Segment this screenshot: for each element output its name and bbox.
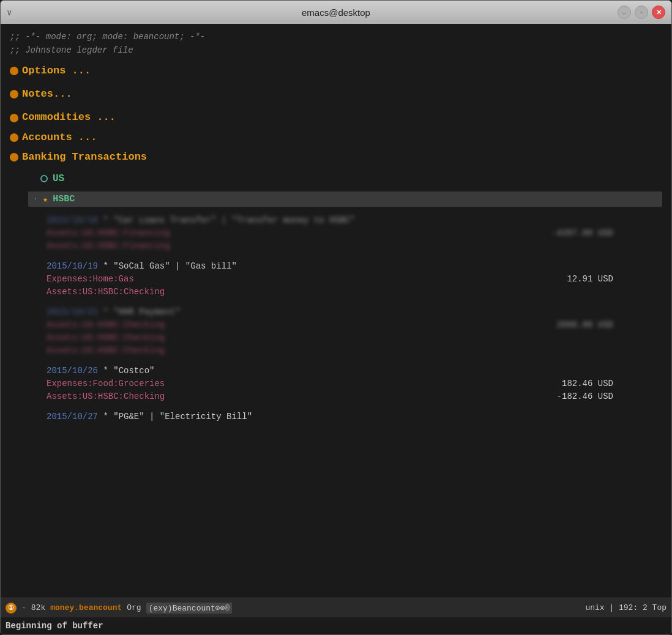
- heading-accounts[interactable]: Accounts ...: [10, 128, 662, 147]
- status-position: unix | 192: 2 Top: [585, 603, 666, 612]
- hsbc-row[interactable]: · ★ HSBC: [28, 191, 662, 207]
- txn3-account1: Assets:US:HSBC:Checking: [47, 319, 165, 332]
- txn2-date: 2015/10/19: [47, 261, 98, 271]
- bullet-open-icon: [40, 175, 48, 182]
- bullet-filled-icon: [10, 133, 18, 142]
- us-heading-label: US: [53, 173, 64, 184]
- txn3-line1: Assets:US:HSBC:Checking 2060.00 USD: [47, 319, 662, 332]
- comment-line-2: ;; Johnstone legder file: [10, 43, 662, 57]
- bullet-filled-icon: [10, 90, 18, 98]
- txn4-star: *: [103, 366, 113, 376]
- bullet-filled-icon: [10, 114, 18, 122]
- txn3-date-line: 2015/10/21 * "HHR Payment": [47, 306, 662, 319]
- txn2-star: *: [103, 261, 113, 271]
- txn1-date-line: 2015/10/18 * "Car Loans Transfer" | "Tra…: [47, 214, 662, 227]
- transaction-3: 2015/10/21 * "HHR Payment" Assets:US:HSB…: [47, 306, 662, 357]
- txn4-amount2: -182.46 USD: [557, 390, 613, 403]
- txn3-line3: Assets:US:HSBC:Checking: [47, 344, 662, 357]
- transaction-1: 2015/10/18 * "Car Loans Transfer" | "Tra…: [47, 214, 662, 253]
- transaction-4: 2015/10/26 * "Costco" Expenses:Food:Groc…: [47, 365, 662, 403]
- status-bar: ① - 82k money.beancount Org (exy)Beancou…: [1, 598, 671, 617]
- status-filename: money.beancount: [50, 603, 122, 612]
- window-buttons[interactable]: – ◦ ✕: [618, 6, 665, 19]
- txn2-account2: Assets:US:HSBC:Checking: [47, 286, 165, 299]
- txn1-line2: Assets:US:HSBC:Financing: [47, 240, 662, 253]
- bullet-filled-icon: [10, 67, 18, 75]
- heading-banking-label: Banking Transactions: [22, 147, 147, 167]
- txn1-account1: Assets:US:HSBC:Financing: [47, 227, 170, 240]
- txn4-line1: Expenses:Food:Groceries 182.46 USD: [47, 377, 662, 390]
- txn5-payee: "PG&E" | "Electricity Bill": [113, 412, 252, 421]
- txn1-star: *: [103, 215, 113, 225]
- close-button[interactable]: ✕: [652, 6, 665, 19]
- hsbc-label: HSBC: [53, 194, 75, 204]
- txn3-account2: Assets:US:HSBC:Checking: [47, 332, 165, 344]
- txn2-date-line: 2015/10/19 * "SoCal Gas" | "Gas bill": [47, 260, 662, 273]
- heading-notes[interactable]: Notes...: [10, 84, 662, 104]
- txn4-account1: Expenses:Food:Groceries: [47, 377, 165, 390]
- editor-content: ;; -*- mode: org; mode: beancount; -*- ;…: [10, 30, 662, 592]
- heading-options-label: Options ...: [22, 61, 91, 81]
- txn4-account2: Assets:US:HSBC:Checking: [47, 390, 165, 403]
- editor-area: ;; -*- mode: org; mode: beancount; -*- ;…: [1, 24, 671, 598]
- heading-options[interactable]: Options ...: [10, 61, 662, 81]
- txn5-date-line: 2015/10/27 * "PG&E" | "Electricity Bill": [47, 410, 662, 423]
- minibuffer-text: Beginning of buffer: [6, 621, 103, 631]
- heading-commodities[interactable]: Commodities ...: [10, 108, 662, 127]
- bullet-filled-icon: [10, 153, 18, 162]
- heading-accounts-label: Accounts ...: [22, 128, 97, 147]
- txn3-account3: Assets:US:HSBC:Checking: [47, 344, 165, 357]
- window-controls: ∨: [7, 7, 17, 18]
- status-filesize: 82k: [31, 603, 45, 612]
- txn2-line2: Assets:US:HSBC:Checking: [47, 286, 662, 299]
- status-modes: (exy)Beancount⊙⊗®: [146, 603, 233, 614]
- heading-commodities-label: Commodities ...: [22, 108, 116, 127]
- hsbc-prefix: ·: [33, 195, 38, 204]
- txn5-star: *: [103, 412, 113, 421]
- txn1-amount1: -4397.00 USD: [551, 227, 613, 240]
- txn3-date: 2015/10/21: [47, 307, 98, 317]
- us-heading-row[interactable]: US: [40, 173, 662, 184]
- transaction-2: 2015/10/19 * "SoCal Gas" | "Gas bill" Ex…: [47, 260, 662, 299]
- title-bar: ∨ emacs@desktop – ◦ ✕: [1, 1, 671, 24]
- txn2-amount1: 12.91 USD: [567, 273, 613, 286]
- transactions-list: 2015/10/18 * "Car Loans Transfer" | "Tra…: [47, 214, 662, 423]
- info-icon: ①: [6, 603, 17, 614]
- txn3-star: *: [103, 307, 113, 317]
- txn3-amount1: 2060.00 USD: [557, 319, 613, 332]
- emacs-window: ∨ emacs@desktop – ◦ ✕ ;; -*- mode: org; …: [0, 0, 672, 635]
- heading-banking[interactable]: Banking Transactions: [10, 147, 662, 167]
- status-dash: -: [21, 603, 26, 612]
- txn3-payee: "HHR Payment": [113, 307, 180, 317]
- txn4-line2: Assets:US:HSBC:Checking -182.46 USD: [47, 390, 662, 403]
- txn4-date-line: 2015/10/26 * "Costco": [47, 365, 662, 377]
- txn3-line2: Assets:US:HSBC:Checking: [47, 332, 662, 344]
- txn2-payee: "SoCal Gas" | "Gas bill": [113, 261, 237, 271]
- txn1-line1: Assets:US:HSBC:Financing -4397.00 USD: [47, 227, 662, 240]
- txn2-line1: Expenses:Home:Gas 12.91 USD: [47, 273, 662, 286]
- transaction-5: 2015/10/27 * "PG&E" | "Electricity Bill": [47, 410, 662, 423]
- txn1-payee: "Car Loans Transfer" | "Transfer money t…: [113, 215, 355, 225]
- status-mode: Org: [127, 603, 141, 612]
- heading-notes-label: Notes...: [22, 84, 72, 104]
- hsbc-star-icon: ★: [43, 194, 48, 204]
- minibuffer: Beginning of buffer: [1, 617, 671, 634]
- txn1-date: 2015/10/18: [47, 215, 98, 225]
- txn4-amount1: 182.46 USD: [562, 377, 613, 390]
- minimize-button[interactable]: –: [618, 6, 631, 19]
- txn2-account1: Expenses:Home:Gas: [47, 273, 134, 286]
- maximize-button[interactable]: ◦: [635, 6, 648, 19]
- txn4-payee: "Costco": [113, 366, 154, 376]
- chevron-icon: ∨: [7, 7, 12, 18]
- comment-line-1: ;; -*- mode: org; mode: beancount; -*-: [10, 30, 662, 43]
- txn5-date: 2015/10/27: [47, 412, 98, 421]
- window-title: emacs@desktop: [302, 7, 370, 18]
- txn4-date: 2015/10/26: [47, 366, 98, 376]
- txn1-account2: Assets:US:HSBC:Financing: [47, 240, 170, 253]
